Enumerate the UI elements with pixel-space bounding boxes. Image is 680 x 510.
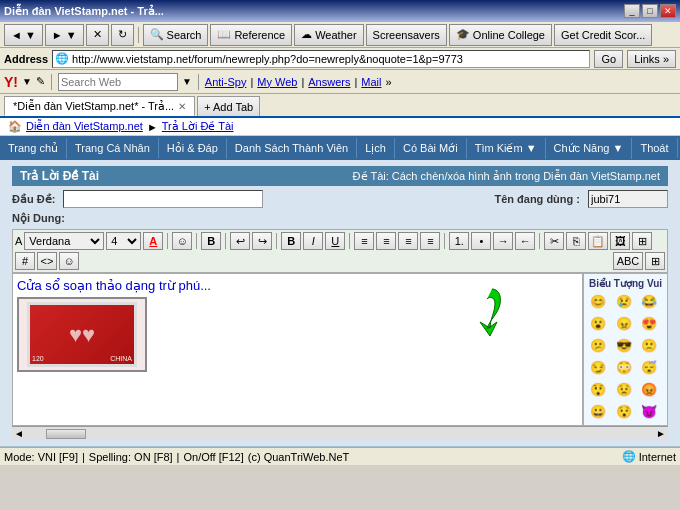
emoji-item-0[interactable]: 😊 — [588, 291, 608, 311]
ul-btn[interactable]: • — [471, 232, 491, 250]
breadcrumb-reply-link[interactable]: Trả Lời Đề Tài — [162, 120, 234, 133]
get-credit-button[interactable]: Get Credit Scor... — [554, 24, 652, 46]
emoji-item-1[interactable]: 😢 — [614, 291, 634, 311]
screensavers-button[interactable]: Screensavers — [366, 24, 447, 46]
username-input[interactable] — [588, 190, 668, 208]
emoji-item-5[interactable]: 😍 — [639, 313, 659, 333]
weather-button[interactable]: ☁ Weather — [294, 24, 363, 46]
emoji-item-4[interactable]: 😠 — [614, 313, 634, 333]
nav-thoat[interactable]: Thoát — [632, 138, 677, 158]
window-controls[interactable]: _ □ ✕ — [624, 4, 676, 18]
yahoo-dropdown-icon[interactable]: ▼ — [22, 76, 32, 87]
links-button[interactable]: Links » — [627, 50, 676, 68]
status-pipe1: | — [82, 451, 85, 463]
outdent-btn[interactable]: ← — [515, 232, 535, 250]
add-tab-button[interactable]: + Add Tab — [197, 96, 260, 116]
nav-co-bai-moi[interactable]: Có Bài Mới — [395, 138, 467, 159]
tag-btn[interactable]: <> — [37, 252, 57, 270]
maximize-button[interactable]: □ — [642, 4, 658, 18]
emoji-item-10[interactable]: 😳 — [614, 357, 634, 377]
ol-btn[interactable]: 1. — [449, 232, 469, 250]
tab-close-icon[interactable]: ✕ — [178, 101, 186, 112]
emoji-item-17[interactable]: 😈 — [639, 401, 659, 421]
tb-sep7 — [539, 233, 540, 249]
active-tab[interactable]: *Diễn đàn VietStamp.net* - Trả... ✕ — [4, 96, 195, 116]
align-left-btn[interactable]: ≡ — [354, 232, 374, 250]
img-btn[interactable]: 🖼 — [610, 232, 630, 250]
mail-link[interactable]: Mail — [361, 76, 381, 88]
go-button[interactable]: Go — [594, 50, 623, 68]
font-color-button[interactable]: A — [143, 232, 163, 250]
dau-de-label: Đầu Đề: — [12, 193, 55, 206]
emoji-item-14[interactable]: 😡 — [639, 379, 659, 399]
align-justify-btn[interactable]: ≡ — [420, 232, 440, 250]
emoji-item-9[interactable]: 😏 — [588, 357, 608, 377]
nav-trang-chu[interactable]: Trang chủ — [0, 138, 67, 159]
smile-btn[interactable]: ☺ — [59, 252, 79, 270]
yahoo-search-input[interactable] — [58, 73, 178, 91]
status-bar: Mode: VNI [F9] | Spelling: ON [F8] | On/… — [0, 447, 680, 465]
align-right-btn[interactable]: ≡ — [398, 232, 418, 250]
bold-btn2[interactable]: B — [281, 232, 301, 250]
redo-button[interactable]: ↪ — [252, 232, 272, 250]
tb-sep6 — [444, 233, 445, 249]
antspy-link[interactable]: Anti-Spy — [205, 76, 247, 88]
underline-btn[interactable]: U — [325, 232, 345, 250]
forward-button[interactable]: ► ▼ — [45, 24, 84, 46]
answers-link[interactable]: Answers — [308, 76, 350, 88]
reference-button[interactable]: 📖 Reference — [210, 24, 292, 46]
table-btn[interactable]: ⊞ — [632, 232, 652, 250]
spelling-status: Spelling: ON [F8] — [89, 451, 173, 463]
nav-lich[interactable]: Lịch — [357, 138, 395, 159]
emoji-item-8[interactable]: 🙁 — [639, 335, 659, 355]
myweb-link[interactable]: My Web — [257, 76, 297, 88]
scroll-right-btn[interactable]: ► — [654, 428, 668, 439]
emoji-item-11[interactable]: 😴 — [639, 357, 659, 377]
dau-de-input[interactable] — [63, 190, 263, 208]
emoji-item-2[interactable]: 😂 — [639, 291, 659, 311]
copy-btn[interactable]: ⎘ — [566, 232, 586, 250]
scroll-thumb-h[interactable] — [46, 429, 86, 439]
back-button[interactable]: ◄ ▼ — [4, 24, 43, 46]
paste-btn[interactable]: 📋 — [588, 232, 608, 250]
font-family-select[interactable]: Verdana — [24, 232, 104, 250]
hash-btn[interactable]: # — [15, 252, 35, 270]
emoji-item-12[interactable]: 😲 — [588, 379, 608, 399]
search-dropdown-icon[interactable]: ▼ — [182, 76, 192, 87]
close-button[interactable]: ✕ — [660, 4, 676, 18]
scroll-left-btn[interactable]: ◄ — [12, 428, 26, 439]
cut-btn[interactable]: ✂ — [544, 232, 564, 250]
font-size-select[interactable]: 4 — [106, 232, 141, 250]
nav-trang-ca-nhan[interactable]: Trang Cá Nhân — [67, 138, 159, 158]
more-icon[interactable]: » — [385, 76, 391, 88]
zoom-btn[interactable]: ⊞ — [645, 252, 665, 270]
emoji-item-3[interactable]: 😮 — [588, 313, 608, 333]
smiley-button[interactable]: ☺ — [172, 232, 192, 250]
bold-button[interactable]: B — [201, 232, 221, 250]
italic-btn[interactable]: I — [303, 232, 323, 250]
indent-btn[interactable]: → — [493, 232, 513, 250]
stop-button[interactable]: ✕ — [86, 24, 109, 46]
nav-chuc-nang[interactable]: Chức Năng ▼ — [546, 138, 633, 159]
emoji-item-7[interactable]: 😎 — [614, 335, 634, 355]
search-nav-button[interactable]: 🔍 Search — [143, 24, 209, 46]
spell-btn[interactable]: ABC — [613, 252, 643, 270]
editor-content[interactable]: Cửa sổ soạn thảo dạng trừ phú... ♥♥ 120 … — [12, 273, 583, 426]
minimize-button[interactable]: _ — [624, 4, 640, 18]
address-bar[interactable]: 🌐 http://www.vietstamp.net/forum/newrepl… — [52, 50, 590, 68]
online-college-button[interactable]: 🎓 Online College — [449, 24, 552, 46]
yahoo-pencil-icon[interactable]: ✎ — [36, 75, 45, 88]
align-center-btn[interactable]: ≡ — [376, 232, 396, 250]
horizontal-scrollbar[interactable]: ◄ ► — [12, 426, 668, 440]
nav-danh-sach[interactable]: Danh Sách Thành Viên — [227, 138, 357, 158]
refresh-button[interactable]: ↻ — [111, 24, 134, 46]
emoji-item-13[interactable]: 😟 — [614, 379, 634, 399]
emoji-item-16[interactable]: 😯 — [614, 401, 634, 421]
stop-icon: ✕ — [93, 28, 102, 41]
breadcrumb-forum-link[interactable]: Diễn đàn VietStamp.net — [26, 120, 143, 133]
emoji-item-6[interactable]: 😕 — [588, 335, 608, 355]
emoji-item-15[interactable]: 😀 — [588, 401, 608, 421]
nav-tim-kiem[interactable]: Tìm Kiếm ▼ — [467, 138, 546, 159]
undo-button[interactable]: ↩ — [230, 232, 250, 250]
nav-hoi-dap[interactable]: Hỏi & Đáp — [159, 138, 227, 159]
